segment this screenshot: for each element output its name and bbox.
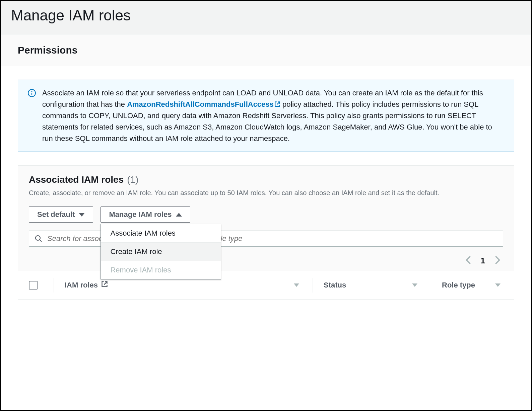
sort-icon[interactable] xyxy=(412,283,417,287)
permissions-panel: Permissions Associate an IAM role so tha… xyxy=(1,34,531,300)
svg-line-4 xyxy=(40,240,42,242)
column-status[interactable]: Status xyxy=(324,281,346,290)
sort-icon[interactable] xyxy=(495,283,501,287)
svg-point-3 xyxy=(36,236,40,240)
pagination: 1 xyxy=(29,255,503,266)
permissions-panel-header: Permissions xyxy=(1,34,531,66)
menu-remove-iam-roles: Remove IAM roles xyxy=(101,261,221,279)
caret-up-icon xyxy=(176,213,182,217)
sort-icon[interactable] xyxy=(294,283,299,287)
column-iam-roles[interactable]: IAM roles xyxy=(65,281,108,290)
associated-roles-description: Create, associate, or remove an IAM role… xyxy=(29,188,503,198)
pagination-prev-button[interactable] xyxy=(465,255,471,266)
policy-link[interactable]: AmazonRedshiftAllCommandsFullAccess xyxy=(127,100,280,108)
column-role-type[interactable]: Role type xyxy=(442,281,475,290)
page-title: Manage IAM roles xyxy=(11,7,521,24)
pagination-next-button[interactable] xyxy=(494,255,501,266)
associated-roles-section: Associated IAM roles (1) Create, associa… xyxy=(18,165,514,300)
pagination-current: 1 xyxy=(481,256,485,265)
search-input-wrap[interactable] xyxy=(29,231,503,247)
menu-associate-iam-roles[interactable]: Associate IAM roles xyxy=(101,224,221,243)
external-link-icon xyxy=(274,99,280,105)
associated-roles-title: Associated IAM roles xyxy=(29,174,124,185)
manage-iam-roles-button[interactable]: Manage IAM roles xyxy=(101,207,190,223)
info-text: Associate an IAM role so that your serve… xyxy=(42,87,505,144)
associated-roles-count: (1) xyxy=(127,174,138,185)
info-alert: Associate an IAM role so that your serve… xyxy=(18,80,514,152)
info-icon xyxy=(27,89,36,97)
roles-table: IAM roles xyxy=(18,271,514,299)
set-default-button[interactable]: Set default xyxy=(29,207,93,223)
select-all-checkbox[interactable] xyxy=(29,281,38,290)
search-icon xyxy=(35,235,43,243)
svg-point-2 xyxy=(31,91,32,92)
caret-down-icon xyxy=(79,213,85,217)
external-link-icon xyxy=(101,281,108,290)
table-header-row: IAM roles xyxy=(18,271,514,299)
page-header: Manage IAM roles xyxy=(1,1,531,34)
manage-iam-roles-menu: Associate IAM roles Create IAM role Remo… xyxy=(101,224,221,279)
menu-create-iam-role[interactable]: Create IAM role xyxy=(101,243,221,261)
permissions-heading: Permissions xyxy=(18,45,514,56)
